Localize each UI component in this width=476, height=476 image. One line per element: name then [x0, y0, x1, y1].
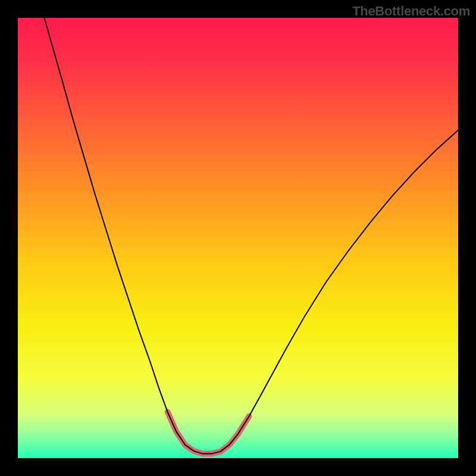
watermark-text: TheBottleneck.com	[352, 4, 470, 19]
bottleneck-chart	[0, 0, 476, 476]
gradient-background	[18, 18, 458, 458]
chart-stage: TheBottleneck.com	[0, 0, 476, 476]
